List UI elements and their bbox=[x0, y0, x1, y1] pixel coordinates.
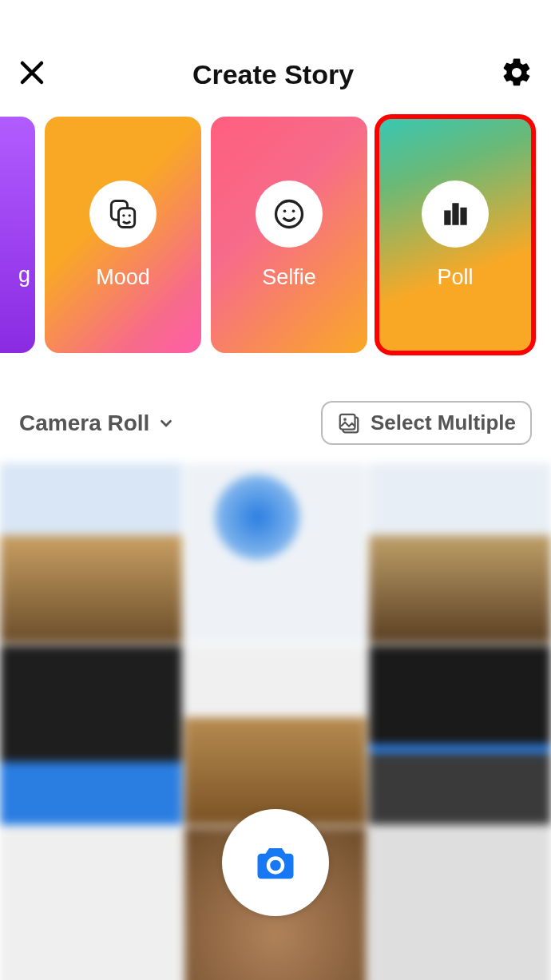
source-row: Camera Roll Select Multiple bbox=[0, 353, 551, 461]
selfie-icon bbox=[256, 181, 323, 248]
gallery-thumb[interactable] bbox=[0, 645, 182, 825]
card-poll[interactable]: Poll bbox=[377, 117, 533, 353]
select-multiple-button[interactable]: Select Multiple bbox=[321, 401, 532, 445]
card-selfie[interactable]: Selfie bbox=[211, 117, 367, 353]
camera-button[interactable] bbox=[222, 809, 329, 916]
svg-rect-10 bbox=[453, 204, 458, 224]
svg-point-8 bbox=[292, 209, 295, 212]
camera-roll-dropdown[interactable]: Camera Roll bbox=[19, 411, 175, 436]
card-label: g bbox=[18, 263, 30, 288]
svg-point-6 bbox=[276, 200, 303, 227]
poll-icon bbox=[422, 181, 489, 248]
gallery-thumb[interactable] bbox=[369, 645, 551, 825]
gallery-thumb[interactable] bbox=[184, 645, 367, 825]
gear-icon[interactable] bbox=[500, 56, 533, 93]
header: Create Story bbox=[0, 0, 551, 117]
gallery-thumb[interactable] bbox=[369, 827, 551, 980]
gallery-thumb[interactable] bbox=[369, 463, 551, 643]
card-label: Poll bbox=[437, 265, 473, 290]
select-multiple-label: Select Multiple bbox=[371, 411, 516, 435]
svg-rect-9 bbox=[445, 211, 450, 224]
svg-point-7 bbox=[283, 209, 287, 212]
svg-rect-11 bbox=[461, 208, 466, 224]
card-label: Mood bbox=[96, 265, 150, 290]
card-mood[interactable]: Mood bbox=[45, 117, 201, 353]
gallery-icon bbox=[337, 411, 361, 435]
svg-point-14 bbox=[343, 418, 347, 421]
close-icon[interactable] bbox=[18, 58, 46, 90]
gallery-thumb[interactable] bbox=[0, 463, 182, 643]
mood-icon bbox=[89, 181, 157, 248]
gallery-thumb[interactable] bbox=[184, 463, 367, 643]
svg-point-4 bbox=[122, 214, 125, 216]
svg-point-5 bbox=[129, 214, 131, 216]
page-title: Create Story bbox=[192, 59, 354, 90]
camera-icon bbox=[254, 841, 297, 884]
card-label: Selfie bbox=[262, 265, 316, 290]
svg-rect-13 bbox=[340, 414, 355, 429]
gallery-thumb[interactable] bbox=[0, 827, 182, 980]
chevron-down-icon bbox=[157, 415, 175, 432]
source-label-text: Camera Roll bbox=[19, 411, 149, 436]
card-boomerang[interactable]: g bbox=[0, 117, 35, 353]
story-type-cards[interactable]: g Mood Selfie bbox=[0, 117, 551, 353]
